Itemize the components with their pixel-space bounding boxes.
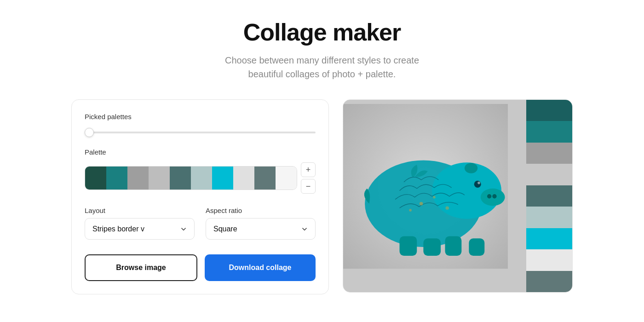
palette-section: Palette + − <box>85 148 316 194</box>
hippo-illustration <box>343 100 508 273</box>
dropdowns-row: Layout Stripes border v Aspect ratio Squ… <box>85 207 316 240</box>
strip-swatch-2 <box>526 121 572 142</box>
svg-rect-4 <box>400 236 417 255</box>
palette-swatches <box>85 166 297 190</box>
strip-swatch-8 <box>526 249 572 270</box>
swatch-1[interactable] <box>85 167 106 190</box>
collage-image <box>343 100 526 292</box>
svg-point-8 <box>474 181 481 188</box>
palette-row: + − <box>85 162 316 194</box>
svg-point-17 <box>445 206 449 210</box>
remove-swatch-button[interactable]: − <box>301 179 316 194</box>
swatch-10[interactable] <box>276 167 297 190</box>
strip-swatch-4 <box>526 164 572 185</box>
svg-rect-7 <box>469 238 484 256</box>
strip-swatch-3 <box>526 143 572 164</box>
strip-swatch-5 <box>526 185 572 207</box>
right-panel <box>343 99 573 293</box>
svg-rect-5 <box>423 238 441 256</box>
svg-rect-6 <box>445 236 462 255</box>
svg-point-12 <box>492 194 496 198</box>
swatch-5[interactable] <box>170 167 191 190</box>
svg-point-13 <box>465 163 477 173</box>
collage-palette-strip <box>526 100 572 292</box>
strip-swatch-1 <box>526 100 572 121</box>
strip-swatch-7 <box>526 228 572 249</box>
strip-swatch-9 <box>526 271 572 292</box>
svg-point-9 <box>477 182 480 184</box>
swatch-2[interactable] <box>106 167 127 190</box>
swatch-4[interactable] <box>149 167 170 190</box>
aspect-ratio-group: Aspect ratio Square <box>206 207 316 240</box>
left-panel: Picked palettes Palette <box>71 99 329 294</box>
page-subtitle: Choose between many different styles to … <box>9 53 635 81</box>
strip-swatch-6 <box>526 207 572 228</box>
svg-point-14 <box>420 202 423 206</box>
layout-select[interactable]: Stripes border v <box>85 218 195 240</box>
svg-point-16 <box>409 209 412 212</box>
aspect-ratio-label: Aspect ratio <box>206 207 316 214</box>
picked-palettes-section: Picked palettes <box>85 113 316 135</box>
layout-label: Layout <box>85 207 195 214</box>
palette-label: Palette <box>85 148 316 156</box>
browse-image-button[interactable]: Browse image <box>85 254 197 281</box>
swatch-6[interactable] <box>191 167 212 190</box>
swatch-3[interactable] <box>127 167 149 190</box>
page-title: Collage maker <box>9 18 635 46</box>
swatch-9[interactable] <box>254 167 276 190</box>
download-collage-button[interactable]: Download collage <box>205 254 316 281</box>
action-buttons: Browse image Download collage <box>85 254 316 281</box>
main-content: Picked palettes Palette <box>0 90 644 313</box>
aspect-ratio-select[interactable]: Square <box>206 218 316 240</box>
layout-group: Layout Stripes border v <box>85 207 195 240</box>
palettes-label: Picked palettes <box>85 113 316 121</box>
svg-point-15 <box>433 196 436 199</box>
palettes-slider[interactable] <box>85 132 316 133</box>
add-swatch-button[interactable]: + <box>301 162 316 177</box>
swatch-7[interactable] <box>212 167 233 190</box>
swatch-8[interactable] <box>233 167 254 190</box>
palette-controls: + − <box>301 162 316 194</box>
svg-point-11 <box>487 194 491 198</box>
page-header: Collage maker Choose between many differ… <box>0 0 644 90</box>
